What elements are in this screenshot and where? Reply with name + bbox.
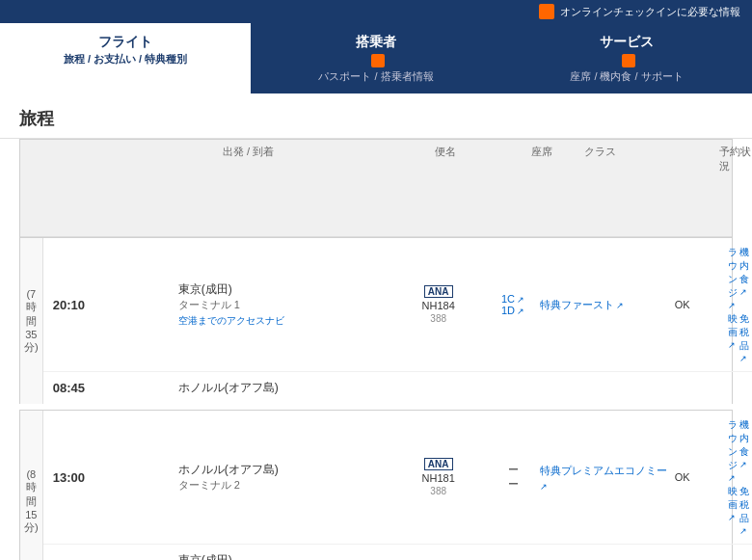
class-link-2[interactable]: 特典プレミアムエコノミー — [540, 465, 667, 492]
flight-num-1: ANA NH184 388 — [390, 285, 487, 324]
tab-passengers-sub: パスポート / 搭乗者情報 — [266, 69, 486, 84]
flight-number-2: NH181 — [422, 472, 455, 484]
airport-name-2a: ホノルル(オアフ島) — [178, 462, 390, 478]
segments-2: 13:00 ホノルル(オアフ島) ターミナル 2 ANA NH181 388 ー — [43, 411, 752, 560]
seat-link-1b[interactable]: 1D — [487, 305, 540, 316]
seat-1: 1C 1D — [487, 293, 540, 316]
ana-brand-2: ANA — [424, 458, 453, 470]
tab-navigation: フライト 旅程 / お支払い / 特典種別 搭乗者 パスポート / 搭乗者情報 … — [0, 23, 752, 93]
ana-logo-2: ANA NH181 388 — [390, 458, 487, 496]
tab-flight-sub: 旅程 / お支払い / 特典種別 — [15, 52, 235, 67]
tab-flight-main: フライト — [15, 33, 235, 52]
airport-2b: 東京(成田) 空港からのアクセスナビ — [178, 552, 390, 560]
time-2a: 13:00 — [53, 470, 178, 485]
service-movie-2[interactable]: 映画 — [728, 485, 738, 536]
top-bar-text: オンラインチェックインに必要な情報 — [560, 5, 740, 19]
airport-name-1b: ホノルル(オアフ島) — [178, 380, 390, 396]
table-row: 16:15 翌日 東京(成田) 空港からのアクセスナビ — [43, 545, 752, 560]
table-row: 13:00 ホノルル(オアフ島) ターミナル 2 ANA NH181 388 ー — [43, 411, 752, 545]
terminal-2a: ターミナル 2 — [178, 478, 390, 493]
airport-1a: 東京(成田) ターミナル 1 空港までのアクセスナビ — [178, 281, 390, 328]
class-2: 特典プレミアムエコノミー — [540, 463, 675, 493]
airport-name-1a: 東京(成田) — [178, 281, 390, 298]
col-flight: 便名 — [427, 140, 524, 236]
tab-service-main: サービス — [517, 33, 737, 52]
segments-1: 20:10 東京(成田) ターミナル 1 空港までのアクセスナビ ANA NH1… — [43, 238, 752, 404]
service-2: ラウンジ 機内食 映画 免税品 — [728, 418, 749, 536]
tab-service[interactable]: サービス 座席 / 機内食 / サポート — [501, 23, 752, 93]
col-status: 予約状況 — [712, 140, 752, 236]
itinerary-section-header: 旅程 — [0, 93, 752, 139]
airport-1b: ホノルル(オアフ島) — [178, 380, 390, 396]
tab-service-sub: 座席 / 機内食 / サポート — [517, 69, 737, 84]
flight-num-2: ANA NH181 388 — [390, 458, 487, 496]
flight-group-2: (8時間15分) 13:00 ホノルル(オアフ島) ターミナル 2 ANA NH… — [19, 410, 733, 560]
seat-link-1a[interactable]: 1C — [487, 293, 540, 305]
col-duration — [20, 140, 90, 236]
class-link-1[interactable]: 特典ファースト — [540, 299, 625, 310]
tab-service-icon — [622, 54, 635, 67]
service-lounge-1[interactable]: ラウンジ — [728, 246, 738, 310]
airport-2a: ホノルル(オアフ島) ターミナル 2 — [178, 462, 390, 493]
duration-2: (8時間15分) — [20, 411, 43, 560]
seat-2: ー ー — [487, 463, 540, 492]
col-class: クラス — [577, 140, 712, 236]
duration-1: (7時間35分) — [20, 238, 43, 404]
tab-flight[interactable]: フライト 旅程 / お支払い / 特典種別 — [0, 23, 251, 93]
status-2: OK — [675, 471, 728, 483]
airport-name-2b: 東京(成田) — [178, 552, 390, 560]
table-header: 出発 / 到着 便名 座席 クラス 予約状況 サービス情報 — [19, 139, 733, 237]
service-meal-1[interactable]: 機内食 — [739, 246, 749, 310]
time-1a: 20:10 — [53, 298, 178, 312]
main-content: 旅程 出発 / 到着 便名 座席 クラス 予約状況 サービス情報 (7時間35分… — [0, 93, 752, 560]
top-notification-bar: オンラインチェックインに必要な情報 — [0, 0, 752, 23]
time-1b: 08:45 — [53, 381, 178, 395]
col-arrival-label: 出発 / 到着 — [215, 140, 427, 236]
tab-passengers-main: 搭乗者 — [266, 33, 486, 52]
flight-group-1: (7時間35分) 20:10 東京(成田) ターミナル 1 空港までのアクセスナ… — [19, 237, 733, 404]
status-1: OK — [675, 299, 728, 310]
service-meal-2[interactable]: 機内食 — [739, 418, 749, 483]
ana-brand-1: ANA — [424, 285, 453, 298]
service-1: ラウンジ 機内食 映画 免税品 — [728, 246, 749, 363]
service-lounge-2[interactable]: ラウンジ — [728, 418, 738, 483]
col-departure — [90, 140, 215, 236]
tab-passengers-icon — [371, 54, 385, 67]
seat-text-2b: ー — [487, 477, 540, 492]
flight-number-1: NH184 — [422, 300, 455, 311]
table-row: 20:10 東京(成田) ターミナル 1 空港までのアクセスナビ ANA NH1… — [43, 238, 752, 372]
notification-icon — [539, 4, 554, 19]
aircraft-2: 388 — [430, 486, 446, 496]
itinerary-title: 旅程 — [19, 109, 54, 128]
aircraft-1: 388 — [430, 313, 446, 324]
class-1: 特典ファースト — [540, 297, 675, 312]
seat-text-2a: ー — [487, 463, 540, 477]
col-seat: 座席 — [524, 140, 577, 236]
service-movie-1[interactable]: 映画 — [728, 312, 738, 363]
access-link-1a[interactable]: 空港までのアクセスナビ — [178, 315, 284, 326]
service-dutyfree-2[interactable]: 免税品 — [739, 485, 749, 536]
service-dutyfree-1[interactable]: 免税品 — [739, 312, 749, 363]
tab-passengers[interactable]: 搭乗者 パスポート / 搭乗者情報 — [251, 23, 501, 93]
terminal-1a: ターミナル 1 — [178, 298, 390, 312]
ana-logo-1: ANA NH184 388 — [390, 285, 487, 324]
table-row: 08:45 ホノルル(オアフ島) — [43, 372, 752, 404]
